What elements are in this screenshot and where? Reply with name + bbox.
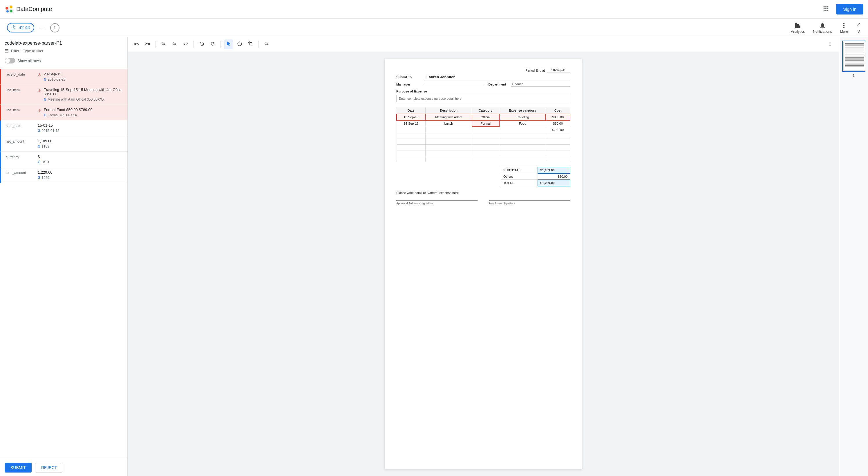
analytics-icon — [794, 22, 801, 29]
more-options-button[interactable] — [826, 39, 834, 49]
page-number: 1 — [852, 74, 855, 78]
field-row-line-item-2[interactable]: line_item ⚠ Formal Food $50.00 $789.00 G… — [0, 105, 127, 120]
panel-header: codelab-expense-parser-P1 ☰ Filter Show … — [0, 37, 127, 69]
notifications-label: Notifications — [813, 30, 832, 34]
notifications-button[interactable]: Notifications — [813, 22, 832, 34]
empty-row-5 — [397, 139, 570, 144]
toolbar-sep-2 — [193, 41, 194, 48]
field-raw: Formal Food $50.00 $789.00 — [44, 107, 93, 112]
field-row-start-date[interactable]: start_date 15-01-15 G 2015-01-15 — [0, 120, 127, 136]
svg-rect-14 — [797, 24, 799, 28]
toggle-knob — [5, 58, 10, 63]
field-values: 1,189.00 G 1189 — [38, 139, 123, 148]
cursor-tool-button[interactable] — [235, 39, 244, 49]
field-label: line_item — [6, 107, 38, 117]
subtotal-row: SUBTOTAL $1,189.00 — [501, 167, 570, 173]
col-cost: Cost — [546, 107, 570, 114]
svg-rect-11 — [825, 10, 827, 11]
panel-title: codelab-expense-parser-P1 — [5, 41, 123, 46]
zoom-in-button[interactable] — [170, 39, 179, 49]
col-date: Date — [397, 107, 425, 114]
field-row-currency[interactable]: currency $ G USD — [0, 151, 127, 167]
col-desc: Description — [425, 107, 472, 114]
svg-point-19 — [843, 27, 844, 28]
field-row-total-amount[interactable]: total_amount 1,229.00 G 1229 — [0, 167, 127, 183]
manager-label: Ma nager — [396, 82, 420, 86]
field-raw: Traveling 15-Sep-15 15 Meeting with 4m O… — [44, 88, 123, 96]
google-g-icon: G — [38, 129, 40, 133]
svg-point-20 — [830, 42, 831, 43]
code-button[interactable] — [181, 39, 190, 49]
panel-actions: SUBMIT REJECT — [0, 459, 127, 476]
main-content: codelab-expense-parser-P1 ☰ Filter Show … — [0, 37, 868, 476]
row1-cost: $350.00 — [546, 114, 570, 120]
total-label: TOTAL — [501, 180, 538, 186]
step-right: Analytics Notifications More ⤢ ∨ — [791, 21, 861, 34]
row2-date: 14-Sep-15 — [397, 120, 425, 127]
filter-input[interactable] — [23, 49, 123, 53]
google-g-icon: G — [44, 97, 46, 101]
purpose-title: Purpose of Expense — [396, 90, 570, 93]
field-label: start_date — [6, 123, 38, 133]
expense-table-body: 13 Sep-15 Meeting with Adam Official Tra… — [397, 114, 570, 162]
thumbnail-image — [843, 42, 865, 71]
submit-to-value: Lauren Jennifer — [424, 74, 570, 80]
doc-header-row: Period End at 10-Sep-15 — [396, 68, 570, 72]
collapse-button[interactable]: ∨ — [857, 29, 861, 34]
redo-button[interactable] — [143, 39, 152, 49]
analytics-button[interactable]: Analytics — [791, 22, 805, 34]
doc-toolbar — [128, 37, 839, 52]
toolbar-sep-4 — [258, 41, 259, 48]
step-bar: ⏱ 42:40 ··· 1 Analytics Notifications — [0, 19, 868, 37]
empty-row-8 — [397, 156, 570, 162]
grid-icon-button[interactable] — [820, 3, 832, 15]
reject-button[interactable]: REJECT — [35, 463, 63, 473]
field-row-net-amount[interactable]: net_amount 1,189.00 G 1189 — [0, 136, 127, 151]
field-google: G 2015-09-23 — [44, 77, 66, 81]
field-row-receipt-date[interactable]: receipt_date ⚠ 23-Sep-15 G 2015-09-23 — [0, 69, 127, 84]
top-navigation: DataCompute Sign in — [0, 0, 868, 19]
doc-area: Period End at 10-Sep-15 Submit To Lauren… — [128, 52, 839, 476]
employee-sig: Employee Signature — [489, 200, 570, 205]
more-button[interactable]: More — [840, 22, 848, 34]
crop-tool-button[interactable] — [246, 39, 255, 49]
svg-rect-6 — [827, 6, 829, 7]
svg-rect-10 — [824, 10, 825, 11]
step-dots: ··· — [39, 24, 45, 31]
history-button[interactable] — [197, 39, 206, 49]
show-all-row: Show all rows — [5, 56, 123, 65]
search-doc-button[interactable] — [262, 39, 271, 49]
col-exp-cat: Expense category — [499, 107, 546, 114]
submit-button[interactable]: SUBMIT — [5, 463, 32, 473]
sign-in-button[interactable]: Sign in — [836, 4, 863, 14]
expand-button[interactable]: ⤢ — [856, 21, 861, 28]
thumbnail-container[interactable] — [842, 41, 865, 72]
nav-right: Sign in — [820, 3, 863, 15]
submit-to-label: Submit To — [396, 75, 420, 79]
step-left: ⏱ 42:40 ··· 1 — [7, 23, 59, 32]
select-tool-button[interactable] — [224, 39, 233, 49]
others-row: Others $50.00 — [501, 173, 570, 180]
google-g-icon: G — [44, 113, 46, 117]
svg-point-22 — [830, 45, 831, 46]
logo-icon — [5, 5, 14, 14]
fields-list: receipt_date ⚠ 23-Sep-15 G 2015-09-23 — [0, 69, 127, 459]
show-all-toggle[interactable] — [5, 58, 15, 64]
row1-cat: Official — [472, 114, 499, 120]
svg-rect-15 — [799, 26, 800, 28]
manager-dept-row: Ma nager Department Finance — [396, 82, 570, 87]
expense-row-3: $789.00 — [397, 127, 570, 133]
totals-section: SUBTOTAL $1,189.00 Others $50.00 TOTAL $… — [396, 167, 570, 186]
totals-table: SUBTOTAL $1,189.00 Others $50.00 TOTAL $… — [501, 167, 570, 186]
field-google: G Meeting with Aam Offical 350.00XXX — [44, 97, 123, 101]
zoom-out-button[interactable] — [159, 39, 168, 49]
field-label: line_item — [6, 88, 38, 101]
field-row-line-item-1[interactable]: line_item ⚠ Traveling 15-Sep-15 15 Meeti… — [0, 84, 127, 105]
submit-to-row: Submit To Lauren Jennifer — [396, 74, 570, 80]
employee-label: Employee Signature — [489, 200, 570, 205]
svg-rect-8 — [825, 8, 827, 9]
step-number: 1 — [50, 23, 59, 32]
period-end-row: Period End at 10-Sep-15 — [525, 68, 570, 72]
undo-button[interactable] — [132, 39, 141, 49]
refresh-button[interactable] — [208, 39, 217, 49]
